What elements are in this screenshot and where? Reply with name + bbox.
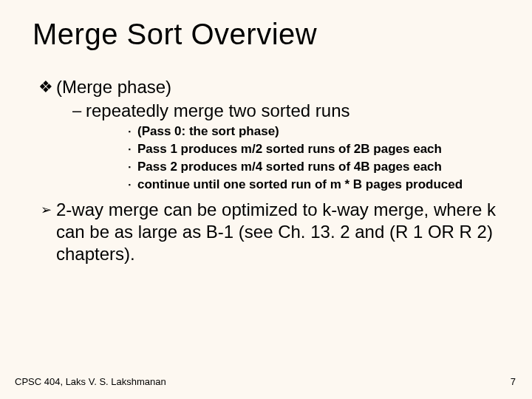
footer-course: CPSC 404, Laks V. S. Lakshmanan <box>15 376 166 387</box>
text-kway-merge: 2-way merge can be optimized to k-way me… <box>56 199 502 265</box>
diamond-icon: ❖ <box>35 76 56 98</box>
subsub-pass0: ▪ (Pass 0: the sort phase) <box>121 123 502 140</box>
text-continue: continue until one sorted run of m * B p… <box>137 177 502 193</box>
slide: Merge Sort Overview ❖ (Merge phase) – re… <box>0 0 532 399</box>
subsub-pass1: ▪ Pass 1 produces m/2 sorted runs of 2B … <box>121 141 502 157</box>
slide-title: Merge Sort Overview <box>33 18 502 51</box>
square-icon: ▪ <box>121 177 137 193</box>
text-merge-phase: (Merge phase) <box>56 76 502 98</box>
square-icon: ▪ <box>121 123 137 140</box>
dash-icon: – <box>68 100 86 122</box>
subsub-pass2: ▪ Pass 2 produces m/4 sorted runs of 4B … <box>121 159 502 175</box>
subbullet-repeatedly-merge: – repeatedly merge two sorted runs <box>68 100 502 122</box>
page-number: 7 <box>511 376 516 387</box>
bullet-merge-phase: ❖ (Merge phase) <box>35 76 502 98</box>
text-repeatedly-merge: repeatedly merge two sorted runs <box>86 100 502 122</box>
square-icon: ▪ <box>121 141 137 157</box>
bullet-kway-merge: ➢ 2-way merge can be optimized to k-way … <box>35 199 502 265</box>
text-pass1: Pass 1 produces m/2 sorted runs of 2B pa… <box>137 141 502 157</box>
text-pass0: (Pass 0: the sort phase) <box>137 123 502 140</box>
square-icon: ▪ <box>121 159 137 175</box>
text-pass2: Pass 2 produces m/4 sorted runs of 4B pa… <box>137 159 502 175</box>
subsub-continue: ▪ continue until one sorted run of m * B… <box>121 177 502 193</box>
arrow-icon: ➢ <box>35 199 56 221</box>
